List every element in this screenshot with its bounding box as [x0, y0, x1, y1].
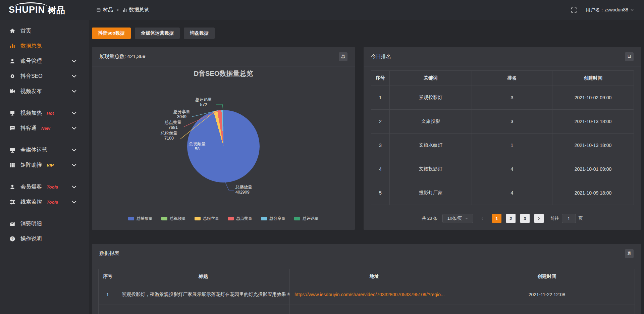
- pie-label: 总分享量3049: [173, 109, 190, 119]
- sidebar-item-member-baoke[interactable]: 会员爆客Tools: [0, 180, 89, 194]
- tab-omni-media-data[interactable]: 全媒体运营数据: [135, 28, 180, 39]
- breadcrumb-item-data-overview[interactable]: 数据总览: [122, 7, 149, 13]
- sidebar-item-douketong[interactable]: 抖客通New: [0, 121, 89, 135]
- monitor-icon: [9, 147, 15, 153]
- pie-label: 总视频量58: [189, 142, 206, 152]
- gear-icon: [9, 73, 15, 79]
- table-cell: 2021-11-22 12:08: [459, 284, 635, 305]
- table-cell: 5: [371, 181, 390, 205]
- page-button-2[interactable]: 2: [506, 214, 516, 223]
- prev-page-button[interactable]: [478, 214, 487, 223]
- table-cell: 2021-10-09 18:00: [552, 181, 634, 205]
- sidebar-item-badge: Hot: [47, 111, 54, 116]
- chevron-down-icon: [465, 217, 468, 220]
- legend-item[interactable]: 总分享量: [261, 216, 285, 221]
- sidebar-item-label: 视频加热: [20, 110, 42, 117]
- top-bar: SHUPIN 树品 树品 > 数据总览 用户名：zswodun88: [0, 0, 644, 20]
- page-button-3[interactable]: 3: [520, 214, 530, 223]
- pie-label-value: 7100: [161, 136, 177, 141]
- user-menu[interactable]: 用户名：zswodun88: [586, 7, 634, 13]
- breadcrumb-item-shupin[interactable]: 树品: [96, 7, 113, 13]
- sidebar-item-consumption-detail[interactable]: 消费明细: [0, 217, 89, 230]
- fullscreen-icon[interactable]: [571, 7, 577, 13]
- sidebar-item-home[interactable]: 首页: [0, 24, 89, 38]
- legend-item[interactable]: 总播放量: [128, 216, 153, 221]
- breadcrumb-label: 数据总览: [129, 7, 149, 13]
- pie-label-value: 572: [195, 102, 212, 107]
- sidebar-item-label: 首页: [20, 28, 31, 35]
- data-source-tabs: 抖音seo数据全媒体运营数据询盘数据: [92, 28, 641, 39]
- column-header: 序号: [99, 269, 117, 284]
- main-content: 抖音seo数据全媒体运营数据询盘数据 展现量总数: 421,369 总 D音SE…: [89, 20, 644, 314]
- logo: SHUPIN 树品: [0, 5, 89, 14]
- sidebar-item-label: 会员爆客: [20, 184, 42, 191]
- sidebar-item-label: 操作说明: [20, 235, 42, 243]
- sidebar-item-matrix-boost[interactable]: 矩阵助推VIP: [0, 158, 89, 172]
- sidebar-item-label: 线索监控: [20, 199, 42, 206]
- logo-arc: [15, 2, 47, 6]
- page-size-select[interactable]: 10条/页: [442, 214, 473, 223]
- table-row: 5投影灯厂家42021-10-09 18:00: [371, 181, 634, 205]
- sidebar: 首页数据总览账号管理抖音SEO视频发布视频加热Hot抖客通New全媒体运营矩阵助…: [0, 20, 89, 314]
- page-button-1[interactable]: 1: [492, 214, 501, 223]
- bar-chart-icon: [9, 43, 15, 49]
- sidebar-item-operation-guide[interactable]: ?操作说明: [0, 232, 89, 246]
- total-toggle-button[interactable]: 总: [339, 52, 347, 61]
- link-cell[interactable]: https://www.iesdouyin.com/share/video/70…: [290, 284, 459, 305]
- pie-label: 总评论量572: [195, 97, 212, 107]
- sidebar-item-data-overview[interactable]: 数据总览: [0, 39, 89, 53]
- legend-label: 总粉丝量: [203, 216, 219, 221]
- column-header: 创建时间: [459, 269, 635, 284]
- legend-item[interactable]: 总评论量: [294, 216, 319, 221]
- table-cell: [290, 305, 459, 314]
- pie-label-value: 3049: [173, 114, 190, 119]
- today-ranking-panel: 今日排名 日 序号关键词排名创建时间1景观投影灯32021-10-02 09:0…: [364, 47, 641, 230]
- pie-label-name: 总点赞量: [165, 120, 181, 125]
- goto-suffix: 页: [579, 215, 583, 221]
- impressions-panel: 展现量总数: 421,369 总 D音SEO数据量总览 总播放量402909总视…: [92, 47, 355, 230]
- bar-chart-icon: [122, 8, 127, 12]
- table-row: 2文旅投影32021-10-13 18:00: [371, 110, 634, 134]
- column-header: 地址: [290, 269, 459, 284]
- sidebar-item-label: 账号管理: [20, 58, 42, 65]
- table-row: 1景观投影灯32021-10-02 09:00: [371, 86, 634, 110]
- sidebar-item-lead-monitor[interactable]: 线索监控Tools: [0, 195, 89, 209]
- goto-page-input[interactable]: [562, 214, 576, 223]
- table-toggle-button[interactable]: 表: [625, 249, 634, 258]
- table-cell: 景观投影灯，夜游景观投影灯厂家展示展示落花灯在花园里的灯光投影应用效果 #: [117, 284, 290, 305]
- table-cell: 2: [371, 110, 390, 133]
- table-row: 4文旅投影灯42021-10-01 09:00: [371, 157, 634, 181]
- tab-douyin-seo-data[interactable]: 抖音seo数据: [92, 28, 131, 39]
- next-page-button[interactable]: [534, 214, 544, 223]
- sidebar-item-video-heating[interactable]: 视频加热Hot: [0, 106, 89, 120]
- legend-label: 总视频量: [170, 216, 186, 221]
- pie-label-name: 总视频量: [189, 142, 206, 147]
- tab-inquiry-data[interactable]: 询盘数据: [184, 28, 215, 39]
- table-cell: 2021-10-02 09:00: [552, 86, 634, 109]
- pie-label: 总粉丝量7100: [161, 131, 177, 141]
- pie-label-name: 总评论量: [195, 97, 212, 102]
- goto-label: 前往: [550, 215, 559, 221]
- logo-cn-text: 树品: [48, 6, 65, 14]
- pie-label-name: 总粉丝量: [161, 131, 177, 136]
- user-icon: [9, 58, 15, 64]
- day-toggle-button[interactable]: 日: [625, 52, 634, 61]
- legend-swatch: [128, 217, 134, 220]
- sidebar-item-label: 数据总览: [20, 43, 42, 50]
- pagination: 共 23 条10条/页123前往页: [364, 214, 641, 223]
- sidebar-item-omni-media[interactable]: 全媒体运营: [0, 143, 89, 157]
- sidebar-item-douyin-seo[interactable]: 抖音SEO: [0, 69, 89, 83]
- sidebar-item-account-management[interactable]: 账号管理: [0, 54, 89, 68]
- legend-item[interactable]: 总视频量: [161, 216, 186, 221]
- chevron-down-icon: [71, 88, 77, 94]
- sidebar-divider: [6, 139, 83, 139]
- legend-item[interactable]: 总点赞量: [228, 216, 252, 221]
- sidebar-item-video-publish[interactable]: 视频发布: [0, 85, 89, 98]
- data-report-panel: 数据报表 表 序号标题地址创建时间1景观投影灯，夜游景观投影灯厂家展示展示落花灯…: [92, 244, 641, 314]
- pie-label: 总点赞量7681: [165, 120, 181, 130]
- legend-item[interactable]: 总粉丝量: [195, 216, 219, 221]
- sidebar-item-badge: VIP: [47, 163, 54, 168]
- breadcrumb: 树品 > 数据总览: [96, 7, 149, 13]
- pie-label-value: 402909: [235, 190, 252, 195]
- sidebar-item-label: 抖音SEO: [20, 73, 43, 80]
